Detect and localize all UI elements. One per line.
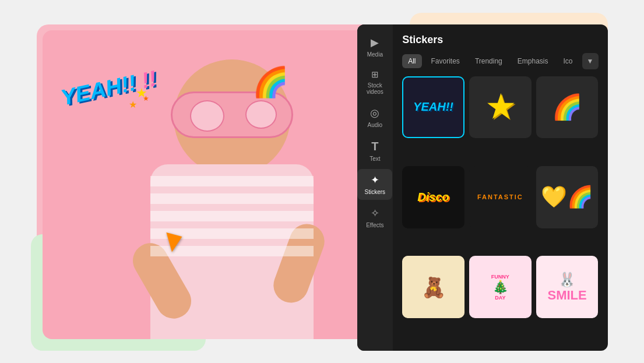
sidebar-label-stock-videos: Stock videos [360, 82, 390, 95]
sticker-cell-smile[interactable]: 🐰 SMILE [536, 256, 599, 318]
deco-star3: ★ [143, 94, 149, 103]
shirt-stripe [150, 193, 314, 204]
sticker-cell-heart-rainbow[interactable]: 💛🌈 [536, 166, 599, 228]
sidebar-item-stock-videos[interactable]: ⊞ Stock videos [357, 65, 392, 100]
deco-star2: ★ [129, 99, 137, 110]
tabs-dropdown[interactable]: ▼ [582, 53, 599, 69]
media-icon: ▶ [371, 36, 379, 49]
tab-emphasis[interactable]: Emphasis [512, 54, 554, 68]
sidebar-item-effects[interactable]: ✧ Effects [357, 202, 392, 233]
sticker-tabs: All Favorites Trending Emphasis Ico ▼ [402, 53, 598, 69]
panel-content: Stickers All Favorites Trending Emphasis… [393, 24, 607, 351]
funnyday-text-top: FUNNY [491, 274, 509, 280]
funnyday-sticker: FUNNY 🎄 DAY [488, 256, 513, 318]
stickers-panel: ▶ Media ⊞ Stock videos ◎ Audio T Text ✦ … [357, 24, 608, 351]
shirt-stripe [150, 176, 314, 186]
sidebar-item-stickers[interactable]: ✦ Stickers [357, 169, 392, 200]
rainbow-sticker: 🌈 [552, 93, 582, 121]
sidebar-label-stickers: Stickers [365, 189, 386, 195]
panel-title: Stickers [402, 34, 598, 46]
heart-rainbow-sticker: 💛🌈 [541, 185, 593, 209]
sticker-cell-rainbow[interactable]: 🌈 [536, 76, 599, 139]
yeah-sticker: YEAH!! [411, 98, 456, 116]
smile-sticker: 🐰 SMILE [544, 256, 590, 318]
fantastic-sticker: FANTASTIC [477, 193, 523, 200]
sidebar-item-audio[interactable]: ◎ Audio [357, 102, 392, 133]
stickers-icon: ✦ [371, 174, 379, 186]
smile-text: SMILE [547, 288, 586, 303]
sticker-cell-yeah[interactable]: YEAH!! [402, 76, 464, 139]
tab-icons[interactable]: Ico [557, 54, 578, 68]
sticker-cell-disco[interactable]: Disco [402, 166, 464, 228]
sidebar: ▶ Media ⊞ Stock videos ◎ Audio T Text ✦ … [357, 24, 393, 351]
sticker-cell-fantastic[interactable]: FANTASTIC [469, 166, 532, 228]
bear-sticker: 🧸 [402, 256, 464, 318]
sidebar-label-media: Media [367, 51, 383, 58]
sidebar-label-effects: Effects [366, 222, 383, 228]
main-scene: YEAH!! ★ ★ ★ 🌈 ▶ Media ⊞ Stock videos ◎ … [37, 13, 608, 351]
sticker-cell-star[interactable]: ★ [469, 76, 532, 139]
sticker-cell-bear[interactable]: 🧸 [402, 256, 464, 318]
sidebar-item-text[interactable]: T Text [357, 135, 392, 167]
chevron-down-icon: ▼ [587, 57, 594, 65]
stock-videos-icon: ⊞ [371, 69, 379, 80]
sidebar-item-media[interactable]: ▶ Media [357, 31, 392, 62]
sidebar-label-audio: Audio [368, 122, 383, 128]
tab-trending[interactable]: Trending [469, 54, 508, 68]
effects-icon: ✧ [371, 207, 379, 220]
funnyday-text-bottom: DAY [495, 295, 505, 301]
tab-favorites[interactable]: Favorites [425, 54, 466, 68]
star-sticker: ★ [487, 92, 514, 122]
tab-all[interactable]: All [402, 54, 421, 68]
audio-icon: ◎ [370, 107, 379, 119]
shirt-stripe [150, 211, 314, 221]
sticker-cell-funnyday[interactable]: FUNNY 🎄 DAY [469, 256, 532, 318]
rainbow-sticker-on-photo: 🌈 [252, 65, 288, 99]
sidebar-label-text: Text [369, 156, 380, 162]
text-icon: T [371, 140, 378, 153]
disco-sticker: Disco [417, 191, 449, 204]
sticker-grid: YEAH!! ★ 🌈 Disco FANTASTIC 💛🌈 [402, 76, 598, 341]
